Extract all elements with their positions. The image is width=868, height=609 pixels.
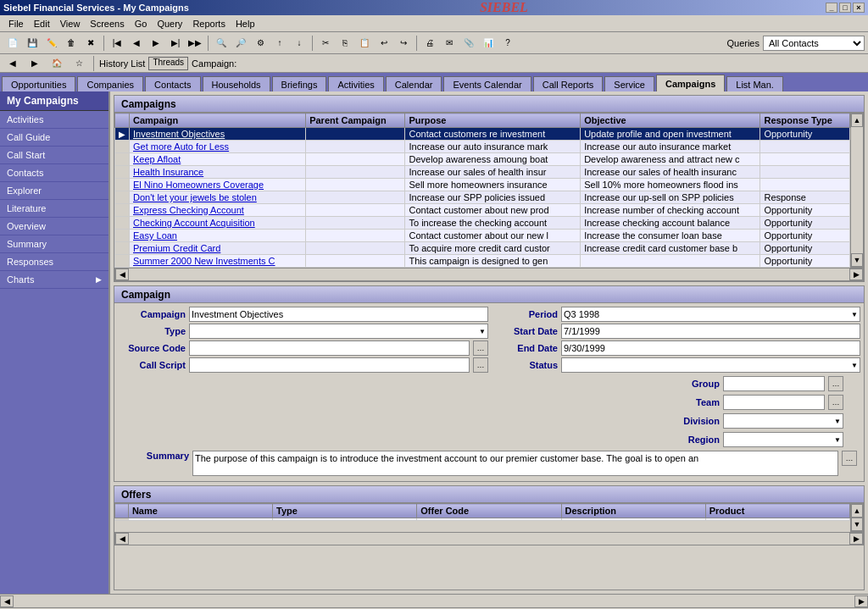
offers-vscroll-down[interactable]: ▼ [851, 518, 863, 531]
new-btn[interactable]: 📄 [3, 35, 22, 52]
prev-btn[interactable]: ◀ [127, 35, 146, 52]
paste-btn[interactable]: 📋 [355, 35, 374, 52]
redo-btn[interactable]: ↪ [394, 35, 413, 52]
offers-vscroll[interactable]: ▲ ▼ [850, 503, 864, 532]
start-date-input[interactable] [561, 324, 860, 339]
fwd-btn[interactable]: ▶ [25, 55, 44, 72]
sidebar-item-activities[interactable]: Activities [0, 111, 108, 129]
menu-view[interactable]: View [55, 18, 86, 30]
sidebar-item-call-guide[interactable]: Call Guide [0, 129, 108, 147]
tab-opportunities[interactable]: Opportunities [2, 76, 75, 91]
close-button[interactable]: × [853, 3, 865, 13]
call-script-input[interactable] [189, 357, 470, 373]
threads-button[interactable]: Threads [148, 57, 188, 70]
hscroll-left[interactable]: ◀ [115, 269, 129, 280]
offers-col-product[interactable]: Product [705, 504, 849, 518]
group-input[interactable] [723, 376, 825, 391]
campaigns-hscroll[interactable]: ◀ ▶ [114, 268, 864, 281]
campaign-link[interactable]: Investment Objectives [133, 129, 225, 139]
call-script-browse[interactable]: … [473, 357, 488, 373]
copy-btn[interactable]: ⎘ [336, 35, 354, 52]
sidebar-item-charts[interactable]: Charts ▶ [0, 271, 108, 289]
table-row[interactable]: Health InsuranceIncrease our sales of he… [115, 166, 850, 179]
col-objective[interactable]: Objective [581, 113, 760, 128]
campaign-link[interactable]: Summer 2000 New Investments C [133, 256, 275, 266]
multi-btn[interactable]: ▶▶ [186, 35, 204, 52]
last-btn[interactable]: ▶| [166, 35, 185, 52]
offers-col-offer-code[interactable]: Offer Code [417, 504, 561, 518]
offers-col-name[interactable]: Name [128, 504, 272, 518]
undo-btn[interactable]: ↩ [375, 35, 393, 52]
help2-btn[interactable]: ? [498, 35, 517, 52]
filter-btn[interactable]: ⚙ [251, 35, 270, 52]
sidebar-item-responses[interactable]: Responses [0, 253, 108, 271]
sidebar-item-explorer[interactable]: Explorer [0, 182, 108, 200]
summary-browse[interactable]: … [842, 451, 857, 466]
next-btn[interactable]: ▶ [147, 35, 165, 52]
close-btn[interactable]: ✖ [81, 35, 100, 52]
find-btn[interactable]: 🔎 [231, 35, 250, 52]
sidebar-item-contacts[interactable]: Contacts [0, 164, 108, 182]
bottom-scroll-left[interactable]: ◀ [0, 595, 14, 607]
campaign-link[interactable]: Premium Credit Card [133, 243, 220, 253]
cut-btn[interactable]: ✂ [316, 35, 335, 52]
source-code-input[interactable] [189, 340, 470, 356]
menu-screens[interactable]: Screens [85, 18, 129, 30]
tab-call-reports[interactable]: Call Reports [533, 76, 604, 91]
minimize-button[interactable]: _ [826, 3, 837, 13]
chart-btn[interactable]: 📊 [479, 35, 498, 52]
menu-reports[interactable]: Reports [187, 18, 231, 30]
campaign-field-input[interactable] [189, 307, 488, 322]
tab-service[interactable]: Service [604, 76, 654, 91]
col-response-type[interactable]: Response Type [760, 113, 850, 128]
col-campaign[interactable]: Campaign [130, 113, 306, 128]
bottom-hscroll[interactable]: ◀ ▶ [0, 594, 868, 607]
period-dropdown[interactable]: Q3 1998 ▼ [561, 307, 860, 322]
table-row[interactable]: Get more Auto for LessIncrease our auto … [115, 141, 850, 153]
bookmark-btn[interactable]: ☆ [70, 55, 88, 72]
region-dropdown[interactable]: ▼ [723, 432, 843, 447]
table-row[interactable]: Summer 2000 New Investments CThis campai… [115, 255, 850, 268]
tab-briefings[interactable]: Briefings [272, 76, 327, 91]
sort-desc-btn[interactable]: ↓ [290, 35, 309, 52]
back-btn[interactable]: ◀ [3, 55, 22, 72]
tab-activities[interactable]: Activities [328, 76, 383, 91]
sidebar-item-literature[interactable]: Literature [0, 200, 108, 218]
table-row[interactable]: ▶Investment ObjectivesContact customers … [115, 128, 850, 141]
hscroll-right[interactable]: ▶ [849, 269, 863, 280]
tab-households[interactable]: Households [203, 76, 270, 91]
col-purpose[interactable]: Purpose [405, 113, 581, 128]
edit-btn[interactable]: ✏️ [42, 35, 61, 52]
division-dropdown[interactable]: ▼ [723, 413, 843, 429]
campaign-link[interactable]: Get more Auto for Less [133, 141, 229, 152]
campaign-link[interactable]: Don't let your jewels be stolen [133, 192, 257, 202]
queries-dropdown[interactable]: All Contacts [763, 36, 865, 51]
team-browse[interactable]: … [828, 395, 843, 410]
table-row[interactable]: Easy LoanContact customer about our new … [115, 230, 850, 242]
col-parent-campaign[interactable]: Parent Campaign [306, 113, 405, 128]
source-code-browse[interactable]: … [473, 340, 488, 356]
menu-query[interactable]: Query [152, 18, 187, 30]
table-row[interactable]: Premium Credit CardTo acquire more credi… [115, 242, 850, 255]
tab-events-calendar[interactable]: Events Calendar [443, 76, 531, 91]
campaign-link[interactable]: Express Checking Account [133, 205, 244, 215]
offers-hscroll-left[interactable]: ◀ [115, 533, 129, 545]
offers-vscroll-up[interactable]: ▲ [851, 504, 863, 518]
offers-col-description[interactable]: Description [561, 504, 705, 518]
menu-edit[interactable]: Edit [29, 18, 55, 30]
sort-asc-btn[interactable]: ↑ [270, 35, 289, 52]
type-dropdown[interactable]: ▼ [189, 324, 488, 339]
maximize-button[interactable]: □ [839, 3, 851, 13]
sidebar-item-overview[interactable]: Overview [0, 218, 108, 235]
search-btn[interactable]: 🔍 [212, 35, 231, 52]
menu-go[interactable]: Go [130, 18, 153, 30]
email-btn[interactable]: ✉ [440, 35, 459, 52]
campaign-link[interactable]: El Nino Homeowners Coverage [133, 180, 264, 190]
sidebar-item-summary[interactable]: Summary [0, 235, 108, 253]
bottom-scroll-right[interactable]: ▶ [854, 595, 868, 607]
campaign-link[interactable]: Health Insurance [133, 167, 203, 177]
save-btn[interactable]: 💾 [23, 35, 42, 52]
menu-help[interactable]: Help [231, 18, 260, 30]
summary-textarea[interactable]: The purpose of this campaign is to intro… [192, 451, 838, 476]
tab-calendar[interactable]: Calendar [386, 76, 442, 91]
